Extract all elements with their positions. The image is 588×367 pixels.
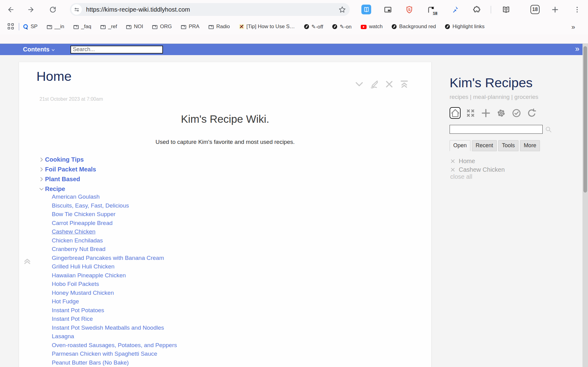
site-title[interactable]: Kim's Recipes [450, 75, 533, 90]
bookmark-label: ✎-on [340, 24, 352, 30]
arrow-left-icon [7, 6, 15, 13]
bookmark[interactable]: watch [361, 24, 383, 30]
recipe-link[interactable]: Carrot Pineapple Bread [52, 219, 177, 228]
chevron-right-icon [39, 176, 44, 182]
recipe-link[interactable]: Lasagna [52, 332, 177, 341]
section-link[interactable]: Recipe [45, 185, 65, 193]
picture-in-picture-button[interactable] [383, 5, 393, 14]
recipe-list: American Goulash Biscuits, Easy, Fast, D… [52, 193, 177, 367]
fold-tiddler-margin-button[interactable] [23, 257, 32, 267]
section-toggle[interactable]: Cooking Tips [39, 155, 96, 164]
recipe-link[interactable]: Instant Pot Rice [52, 315, 177, 324]
folder-icon [181, 25, 186, 29]
sidebar-tab[interactable]: Open [450, 140, 470, 151]
close-tiddler-button[interactable] [450, 159, 455, 164]
close-tiddler-button[interactable] [450, 167, 455, 172]
bookmark[interactable]: ✎-on [332, 24, 352, 30]
close-icon [450, 159, 455, 164]
recipe-link[interactable]: Gingerbread Pancakes with Banana Cream [52, 254, 177, 263]
bookmark[interactable]: _faq [74, 24, 91, 30]
forward-button[interactable] [24, 3, 37, 16]
recipe-link[interactable]: Peanut Butter Bars (No Bake) [52, 358, 177, 367]
tiddler-fold-button[interactable] [399, 79, 409, 89]
bookmark[interactable]: Radio [209, 24, 230, 30]
bookmark[interactable]: [Tip] How to Use S… [239, 24, 295, 30]
recipe-link[interactable]: Hawaiian Pineapple Chicken [52, 271, 177, 280]
scrollbar-thumb[interactable] [583, 46, 587, 193]
bookmark-label: watch [369, 24, 383, 30]
home-button[interactable] [450, 107, 461, 119]
open-tiddler-list: Home Cashew Chicken [450, 157, 505, 174]
bookmark[interactable]: NOI [126, 24, 143, 30]
recipe-link[interactable]: American Goulash [52, 193, 177, 201]
recipe-link[interactable]: Grilled Huli Huli Chicken [52, 262, 177, 271]
picture-in-picture-icon [384, 6, 392, 14]
tiddler-close-button[interactable] [384, 79, 394, 89]
bookmark[interactable]: Background red [392, 24, 436, 30]
recipe-link[interactable]: Instant Pot Potatoes [52, 306, 177, 315]
sidebar-tab[interactable]: Recent [472, 140, 497, 151]
recipe-link[interactable]: Cranberry Nut Bread [52, 245, 177, 254]
site-settings-button[interactable] [71, 4, 82, 15]
folder-icon [152, 25, 157, 29]
section-link[interactable]: Cooking Tips [45, 156, 84, 163]
recipe-link[interactable]: Oven-roasted Sausages, Potatoes, and Pep… [52, 341, 177, 350]
site-subtitle: recipes | meal-planning | groceries [450, 94, 538, 100]
sidebar-tabs: Open Recent Tools More [450, 140, 541, 151]
recipe-link[interactable]: Chicken Enchiladas [52, 236, 177, 245]
bookmark-label: PRA [189, 24, 199, 30]
bookmark[interactable]: PRA [181, 24, 199, 30]
section-link[interactable]: Foil Packet Meals [45, 166, 96, 173]
contents-menu-button[interactable]: Contents [23, 46, 55, 53]
dark-icon [304, 24, 309, 29]
recipe-link[interactable]: Instant Pot Swedish Meatballs and Noodle… [52, 324, 177, 332]
bookmark[interactable]: ORG [152, 24, 172, 30]
recipe-link[interactable]: Biscuits, Easy, Fast, Delicious [52, 201, 177, 210]
section-toggle[interactable]: Foil Packet Meals [39, 164, 96, 174]
bookmark[interactable]: _ref [100, 24, 117, 30]
page-scrollbar[interactable] [582, 44, 588, 367]
refresh-button[interactable] [526, 107, 537, 119]
recipe-link[interactable]: Cashew Chicken [52, 227, 177, 236]
folder-icon [47, 25, 52, 29]
recipe-link[interactable]: Hot Fudge [52, 297, 177, 306]
reload-button[interactable] [47, 3, 59, 16]
wiki-topbar-search-input[interactable] [70, 46, 163, 54]
bookmark-label: __in [55, 24, 64, 30]
tiddler-edit-button[interactable] [369, 79, 379, 89]
bookmark[interactable]: SP [23, 24, 38, 30]
sidebar-tab[interactable]: Tools [498, 140, 518, 151]
bookmark-label: _ref [108, 24, 117, 30]
save-wiki-button[interactable] [511, 107, 522, 119]
close-all-link[interactable]: close all [450, 173, 472, 180]
bookmark-list: SP __in _faq _ref [23, 24, 494, 30]
new-tiddler-button[interactable] [480, 107, 491, 119]
recipe-link[interactable]: Hobo Foil Packets [52, 280, 177, 289]
bookmarks-divider [19, 23, 19, 30]
reader-extension-button[interactable] [361, 5, 371, 14]
sidebar-search-input[interactable] [450, 125, 543, 134]
tiddler-more-button[interactable] [354, 79, 364, 89]
close-all-button[interactable] [465, 107, 476, 119]
sidebar-tab[interactable]: More [520, 140, 540, 151]
bookmark[interactable]: __in [47, 24, 64, 30]
apps-grid-icon[interactable] [8, 23, 14, 30]
section-toggle[interactable]: Plant Based [39, 174, 96, 184]
bookmark[interactable]: ✎-off [304, 24, 323, 30]
control-panel-button[interactable] [496, 107, 507, 119]
section-link[interactable]: Plant Based [45, 176, 80, 183]
back-button[interactable] [5, 3, 17, 16]
recipe-link[interactable]: Honey Mustard Chicken [52, 289, 177, 298]
shield-extension-button[interactable]: S [404, 5, 414, 14]
fold-to-top-icon [400, 80, 409, 89]
open-tiddler-link[interactable]: Cashew Chicken [459, 166, 505, 173]
magnifier-icon[interactable] [545, 126, 552, 133]
folder-icon [126, 25, 131, 29]
url-bar[interactable]: https://kims-recipe-wiki.tiddlyhost.com [70, 3, 350, 16]
session-extension-button[interactable]: 18 [426, 5, 436, 14]
recipe-link[interactable]: Parmesan Chicken with Spaghetti Sauce [52, 350, 177, 358]
open-tiddler-link[interactable]: Home [459, 158, 475, 165]
bookmark-star-button[interactable] [338, 6, 346, 14]
recipe-link[interactable]: Bow Tie Chicken Supper [52, 210, 177, 219]
bookmark-label: Radio [216, 24, 230, 30]
